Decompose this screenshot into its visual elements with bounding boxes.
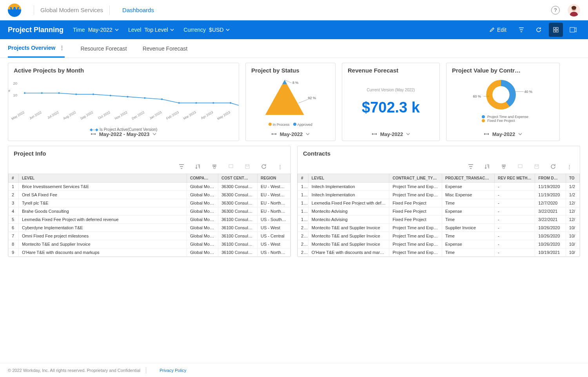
project-info-table[interactable]: #LEVELCOMPA…COST CENT…REGION 1Brice Inve… [8,174,290,257]
table-row[interactable]: 18Montecito AdvisingFixed Fee ProjectExp… [298,207,580,216]
column-header[interactable]: COMPA… [187,174,218,183]
table-row[interactable]: 23O'Hare T&E with discounts and markupsP… [298,248,580,257]
svg-text:20: 20 [13,81,18,85]
filter-icon-button[interactable] [514,23,528,37]
column-header[interactable]: TO [566,174,579,183]
breadcrumb-dashboards[interactable]: Dashboards [122,7,154,13]
tab-projects-overview[interactable]: Projects Overview⋮ [8,39,65,58]
help-icon[interactable]: ? [551,6,560,14]
column-header[interactable]: LEVEL [19,174,187,183]
range-icon [91,132,96,136]
save-icon[interactable] [534,164,539,170]
save-icon[interactable] [245,164,250,170]
svg-point-13 [58,92,60,94]
filter-level-value[interactable]: Top Level [144,27,174,33]
column-header[interactable]: FROM D… [535,174,566,183]
svg-point-22 [212,102,214,104]
table-row[interactable]: 9O'Hare T&E with discounts and markupsGl… [9,248,290,257]
table-row[interactable]: 15Initech ImplementationProject Time and… [298,183,580,191]
filter-currency-value[interactable]: $USD [209,27,230,33]
card-range-selector[interactable]: May-2022 [342,127,439,141]
card-project-value: Project Value by Contr… 60 % 40 % Projec… [446,63,560,141]
card-range-selector[interactable]: May-2022 [446,127,559,141]
column-header[interactable]: REV REC METH… [495,174,535,183]
table-row[interactable]: 3Tyrell plc T&EGlobal Mo…36300 Consul…EU… [9,199,290,207]
more-icon[interactable]: ⋮ [567,164,572,170]
table-row[interactable]: 17Lexmedia Fixed Fee Project with deferr… [298,199,580,207]
filter-time-value[interactable]: May-2022 [88,27,119,33]
top-bar: Global Modern Services Dashboards ? [0,0,588,20]
present-button[interactable] [566,23,580,37]
tab-more-icon[interactable]: ⋮ [59,45,65,51]
table-row[interactable]: 7Omni Fixed Fee project milestonesGlobal… [9,232,290,240]
svg-text:Feb 2023: Feb 2023 [165,110,180,121]
status-top-pct: 8 % [292,81,298,85]
svg-rect-46 [229,165,233,168]
refresh-button[interactable] [532,23,546,37]
settings-icon[interactable] [212,164,217,170]
triangle-chart[interactable]: 8 % 92 % In Process Approved [246,76,335,127]
table-row[interactable]: 4Brahe Goods ConsultingGlobal Mo…36300 C… [9,207,290,216]
svg-text:Jul 2022: Jul 2022 [47,110,60,120]
tab-resource-forecast[interactable]: Resource Forecast [80,39,127,58]
sort-icon[interactable] [485,164,490,170]
workday-logo-icon[interactable] [8,4,21,17]
pin-icon[interactable] [517,164,523,170]
donut-right-pct: 40 % [524,90,532,94]
column-header[interactable]: # [298,174,309,183]
svg-rect-3 [554,27,555,29]
column-header[interactable]: LEVEL [308,174,389,183]
svg-text:Oct 2022: Oct 2022 [97,110,111,120]
svg-point-17 [127,96,128,98]
chevron-down-icon [406,132,410,136]
table-row[interactable]: 16Initech ImplementationProject Time and… [298,191,580,199]
pin-icon[interactable] [228,164,234,170]
filter-icon[interactable] [179,164,184,170]
grid-icon [553,27,559,33]
svg-point-15 [93,94,94,95]
tab-revenue-forecast[interactable]: Revenue Forecast [143,39,187,58]
donut-chart[interactable]: 60 % 40 % Project Time and Expense Fixed… [446,76,559,127]
table-row[interactable]: 5Lexmedia Fixed Fee Project with deferre… [9,216,290,224]
svg-rect-7 [570,27,575,32]
table-row[interactable]: 20Montecito T&E and Supplier InvoiceProj… [298,224,580,232]
svg-point-16 [110,95,111,96]
filter-icon[interactable] [468,164,474,170]
svg-point-14 [75,94,77,95]
chevron-down-icon [115,28,119,32]
table-row[interactable]: 1Brice Investissement Services T&EGlobal… [9,183,290,191]
contracts-table[interactable]: #LEVELCONTRACT_LINE_TY…PROJECT_TRANSACTI… [298,174,580,257]
more-icon[interactable]: ⋮ [278,164,283,170]
table-row[interactable]: 8Montecito T&E and Supplier InvoiceGloba… [9,240,290,248]
toolbar: Project Planning Time May-2022 Level Top… [0,20,588,39]
line-chart[interactable]: 20 10 # May 2022Jun 2022Jul 2022Aug 2022… [8,76,239,127]
sort-icon[interactable] [195,164,201,170]
column-header[interactable]: COST CENT… [218,174,258,183]
svg-point-12 [41,92,43,94]
column-header[interactable]: # [9,174,19,183]
table-row[interactable]: 19Montecito AdvisingFixed Fee ProjectTim… [298,216,580,224]
edit-button[interactable]: Edit [485,24,511,35]
column-header[interactable]: CONTRACT_LINE_TY… [389,174,442,183]
svg-point-45 [214,167,216,169]
column-header[interactable]: REGION [258,174,290,183]
svg-rect-5 [554,30,555,32]
svg-rect-48 [518,165,522,168]
user-avatar[interactable] [568,4,580,16]
table-row[interactable]: 2Orel SA Fixed FeeGlobal Mo…36300 Consul… [9,191,290,199]
table-row[interactable]: 22Montecito T&E and Supplier InvoiceProj… [298,240,580,248]
privacy-link[interactable]: Privacy Policy [160,368,186,373]
kpi-value: $702.3 k [362,99,420,116]
page-title: Project Planning [8,26,64,34]
settings-icon[interactable] [501,164,506,170]
table-row[interactable]: 21Montecito T&E and Supplier InvoiceProj… [298,232,580,240]
column-header[interactable]: PROJECT_TRANSACTI… [442,174,494,183]
grid-view-button[interactable] [549,23,563,37]
divider [109,5,110,15]
refresh-icon[interactable] [550,164,556,170]
refresh-icon[interactable] [261,164,267,170]
table-row[interactable]: 6Cyberdyne Implementation T&EGlobal Mo…3… [9,224,290,232]
card-range-selector[interactable]: May-2022 [246,127,335,141]
svg-text:#: # [8,89,11,93]
kpi-tile[interactable]: Current Version (May 2022) $702.3 k [342,76,439,127]
